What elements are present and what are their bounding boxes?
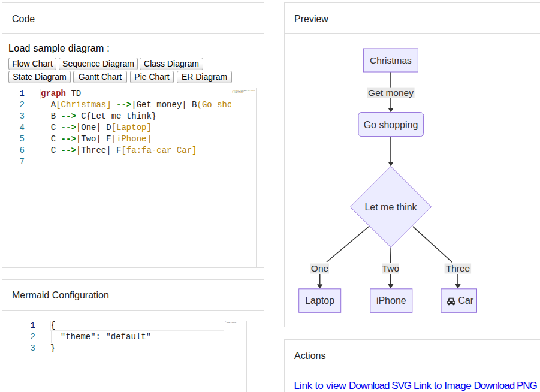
svg-text:Car: Car: [458, 295, 473, 306]
svg-text:Three: Three: [446, 263, 470, 273]
svg-text:Two: Two: [382, 263, 399, 273]
svg-text:Go shopping: Go shopping: [364, 120, 418, 130]
svg-text:Let me think: Let me think: [364, 202, 417, 212]
svg-text:Christmas: Christmas: [370, 55, 412, 65]
svg-text:Laptop: Laptop: [305, 295, 334, 306]
svg-text:Get money: Get money: [368, 88, 414, 98]
svg-text:One: One: [311, 263, 328, 273]
svg-text:iPhone: iPhone: [376, 295, 406, 306]
